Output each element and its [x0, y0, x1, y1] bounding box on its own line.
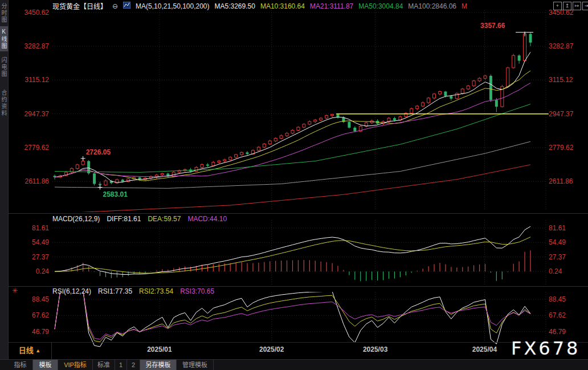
tab-indicators[interactable]: 指标 — [8, 360, 33, 370]
sidebar-item-contract-info[interactable]: 合约资料 — [0, 86, 8, 121]
macd-dea-value: DEA:59.57 — [148, 215, 181, 223]
candle[interactable] — [206, 163, 209, 167]
candle[interactable] — [348, 120, 350, 128]
candle[interactable] — [422, 101, 424, 107]
candle[interactable] — [489, 75, 492, 102]
x-axis-date-label: 2025/01 — [142, 345, 177, 353]
candle[interactable] — [529, 32, 532, 46]
x-axis-date-label: 2025/04 — [467, 345, 501, 353]
candle[interactable] — [472, 80, 475, 87]
candle[interactable] — [427, 97, 430, 104]
candle[interactable] — [87, 160, 90, 175]
candle[interactable] — [314, 119, 317, 123]
footer-toolbar: 指标 模板 VIP指标 标准 1 2 另存模板 管理模板 — [0, 359, 588, 370]
indicator-line — [55, 104, 530, 173]
candle[interactable] — [308, 120, 311, 125]
ma-indicator-icon[interactable] — [123, 2, 130, 10]
ma100-value: MA100:2846.06 — [408, 2, 456, 10]
candle[interactable] — [410, 108, 413, 114]
candle[interactable] — [201, 164, 203, 168]
indicator-line — [55, 290, 530, 339]
candle[interactable] — [405, 112, 407, 118]
candle[interactable] — [166, 173, 169, 177]
price-tick-label: 88.45 — [549, 295, 586, 303]
candle[interactable] — [70, 168, 73, 174]
tab-manage-template[interactable]: 管理模板 — [177, 360, 214, 370]
candle[interactable] — [149, 176, 152, 180]
candle[interactable] — [280, 135, 283, 139]
price-tick-label: 88.45 — [8, 295, 49, 303]
candle[interactable] — [331, 114, 334, 117]
candle[interactable] — [127, 178, 130, 182]
tab-template[interactable]: 模板 — [33, 360, 58, 370]
shift-right-icon[interactable]: ⇥ — [582, 2, 588, 10]
candle[interactable] — [257, 146, 260, 151]
alert-starburst-icon[interactable]: ✳ — [12, 287, 18, 295]
candle[interactable] — [195, 166, 198, 172]
candle[interactable] — [178, 169, 181, 173]
chart-controls: + ↥ ↦ ⇥ — [553, 2, 588, 10]
candle[interactable] — [484, 75, 487, 79]
price-tick-label: 0.24 — [549, 267, 586, 275]
pan-icon[interactable]: + — [553, 2, 562, 10]
candle[interactable] — [116, 178, 119, 184]
candle[interactable] — [433, 93, 436, 99]
collapse-icon[interactable]: ⊖ — [112, 2, 118, 10]
candle[interactable] — [320, 117, 322, 121]
price-tick-label: 2611.86 — [8, 177, 49, 185]
candle[interactable] — [229, 156, 232, 161]
tab-standard[interactable]: 标准 — [93, 360, 115, 370]
candle[interactable] — [263, 143, 266, 148]
tab-2[interactable]: 2 — [127, 360, 140, 370]
candle[interactable] — [268, 140, 271, 145]
tab-vip-indicators[interactable]: VIP指标 — [58, 360, 93, 370]
sidebar-item-time-chart[interactable]: 分时图 — [0, 2, 8, 25]
zoom-x-axis-icon[interactable]: ↦ — [573, 2, 581, 10]
candle[interactable] — [246, 151, 248, 156]
candle[interactable] — [303, 123, 305, 128]
x-axis-date-label: 2025/03 — [358, 345, 393, 353]
candle[interactable] — [274, 137, 277, 142]
price-tick-label: 0.24 — [8, 267, 49, 275]
period-selector[interactable]: 日线 ▲ — [8, 342, 52, 359]
candle[interactable] — [325, 115, 328, 119]
candle[interactable] — [512, 54, 515, 68]
tab-1[interactable]: 1 — [115, 360, 127, 370]
candle[interactable] — [161, 173, 164, 177]
candle[interactable] — [507, 67, 509, 88]
price-tick-label: 3115.12 — [8, 76, 49, 84]
candle[interactable] — [240, 152, 243, 156]
macd-diff-value: DIFF:81.61 — [107, 215, 141, 223]
price-tick-label: 2611.86 — [549, 177, 586, 185]
candle[interactable] — [438, 91, 441, 95]
chevron-up-icon: ▲ — [35, 348, 40, 353]
chart-canvas[interactable] — [0, 0, 588, 370]
candle[interactable] — [416, 105, 419, 110]
candle[interactable] — [235, 154, 238, 158]
x-axis-date-label: 2025/02 — [255, 345, 289, 353]
candle[interactable] — [359, 125, 362, 132]
candle[interactable] — [518, 54, 521, 64]
candle[interactable] — [212, 161, 215, 166]
price-tick-label: 46.79 — [549, 328, 586, 336]
rsi3-value: RSI3:70.65 — [180, 287, 214, 295]
candle[interactable] — [501, 85, 504, 108]
tab-save-template[interactable]: 另存模板 — [140, 360, 177, 370]
candle[interactable] — [93, 173, 96, 186]
candle[interactable] — [218, 160, 220, 163]
candle[interactable] — [285, 132, 288, 137]
sidebar-item-lightning-chart[interactable]: 闪电图 — [0, 55, 8, 80]
candle[interactable] — [478, 77, 481, 82]
candle[interactable] — [291, 129, 294, 135]
price-tick-label: 3450.62 — [8, 9, 49, 17]
candle[interactable] — [365, 121, 368, 127]
candle[interactable] — [297, 126, 300, 131]
candle[interactable] — [104, 180, 107, 186]
candle[interactable] — [76, 164, 79, 170]
rsi-header: RSI(6,12,24) RSI1:77.35 RSI2:73.54 RSI3:… — [52, 287, 214, 295]
candle[interactable] — [467, 85, 469, 90]
zoom-y-axis-icon[interactable]: ↥ — [563, 2, 571, 10]
candle[interactable] — [223, 158, 226, 162]
sidebar-item-kline-chart[interactable]: K线图 — [0, 26, 8, 51]
candle[interactable] — [455, 92, 458, 99]
